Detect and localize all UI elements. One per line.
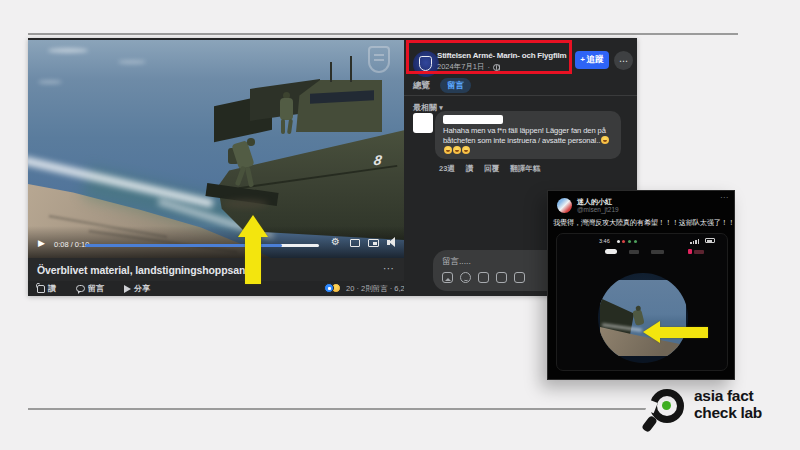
yellow-arrow-annotation [238, 215, 268, 284]
commenter-name-redacted [443, 115, 503, 124]
tab-overview[interactable]: 總覽 [413, 80, 430, 92]
laughing-emoji [462, 146, 470, 154]
comment-label: 留言 [88, 283, 104, 294]
volume-icon[interactable] [389, 237, 395, 247]
comment-like-button[interactable]: 讚 [466, 164, 474, 174]
video-more-icon[interactable]: ⋯ [383, 262, 394, 275]
comment-translate-button[interactable]: 翻譯年糕 [510, 164, 540, 174]
x-more-icon[interactable]: ⋯ [720, 193, 728, 202]
gif-icon[interactable] [496, 272, 507, 283]
comment-text-line2: båtchefen som inte instruera / avsatte p… [443, 136, 613, 146]
comment-reply-button[interactable]: 回覆 [484, 164, 499, 174]
tab-row: 總覽 留言 [404, 77, 637, 96]
magnifier-icon [646, 388, 686, 432]
laughing-emoji [444, 146, 452, 154]
composer-icon-row [442, 272, 525, 283]
red-highlight-box [406, 40, 572, 74]
like-label: 讚 [48, 283, 56, 294]
post-more-button[interactable]: ⋯ [614, 51, 633, 70]
arrow-head [238, 215, 268, 237]
embedded-phone-screenshot: 3:46 [556, 233, 728, 371]
comment-text-line1: Hahaha men va f*n fäll läppen! Lägger fa… [443, 126, 613, 136]
follow-label: 追蹤 [587, 54, 604, 66]
share-button[interactable]: 分享 [124, 283, 150, 294]
notification-dot [617, 240, 620, 243]
x-user-handle: @misen_jt219 [577, 206, 619, 213]
thumbs-up-icon [37, 285, 45, 293]
notification-dot [634, 240, 637, 243]
follow-button[interactable]: + 追蹤 [575, 51, 609, 69]
sort-label: 最相關 [413, 103, 437, 112]
play-icon[interactable]: ▶ [38, 239, 45, 248]
blurred-red-label [694, 250, 704, 254]
picture-in-picture-icon[interactable] [368, 239, 379, 247]
tab-comments[interactable]: 留言 [440, 78, 471, 93]
asia-fact-check-lab-logo: asia fact check lab [646, 388, 762, 432]
like-reaction-badge [324, 283, 334, 293]
wave-whitecap [48, 48, 88, 53]
cast-icon[interactable] [350, 239, 360, 247]
soldier-shadow [224, 200, 268, 208]
comment-age: 23週 [439, 164, 455, 174]
comment-emoji-row [443, 146, 613, 156]
comment-meta-row: 23週 讚 回覆 翻譯年糕 [439, 164, 540, 174]
sticker-icon[interactable] [514, 272, 525, 283]
factcheck-graphic: 8 ▶ 0:08 / 0:10 [0, 0, 800, 450]
video-title-bar: Överblivet material, landstigningshoppsa… [28, 258, 404, 281]
antenna [330, 62, 332, 82]
video-controls: ▶ 0:08 / 0:10 ⚙ [28, 226, 404, 258]
share-label: 分享 [134, 283, 150, 294]
comment-bubble-icon [76, 285, 85, 292]
tab-pill-shape [605, 249, 617, 254]
settings-gear-icon[interactable]: ⚙ [331, 236, 340, 247]
wave-whitecap [118, 60, 146, 64]
soldier-jumping [228, 138, 262, 200]
emoji-icon[interactable] [460, 272, 471, 283]
wave-whitecap [38, 80, 62, 84]
camera-icon[interactable] [478, 272, 489, 283]
like-button[interactable]: 讚 [37, 283, 56, 294]
logo-line1: asia fact [694, 388, 762, 405]
comment-button[interactable]: 留言 [76, 283, 104, 294]
video-player[interactable]: 8 ▶ 0:08 / 0:10 [28, 40, 404, 258]
live-red-dot [688, 249, 692, 254]
bottom-annotation-line [28, 408, 646, 410]
notification-dot [622, 240, 625, 243]
x-user-avatar[interactable] [557, 198, 572, 213]
soldier-on-ramp [276, 92, 298, 136]
arrow-shaft [245, 235, 261, 284]
x-post-text: 我覺得，灣灣反攻大陸真的有希望！！！这部队太强了！！！ [553, 218, 731, 228]
magnifier-handle [641, 415, 658, 433]
blurred-label [629, 250, 639, 254]
crest-watermark-icon [368, 46, 390, 73]
ellipsis-icon: ⋯ [619, 56, 628, 66]
commenter-avatar-redacted [413, 113, 433, 133]
green-dot [662, 401, 671, 410]
status-bar-time: 3:46 [599, 238, 610, 244]
chevron-down-icon: ▾ [439, 104, 443, 111]
comment-bubble: Hahaha men va f*n fäll läppen! Lägger fa… [435, 111, 621, 159]
laughing-emoji [601, 136, 609, 144]
signal-icon [690, 239, 699, 244]
laughing-emoji [453, 146, 461, 154]
plus-icon: + [580, 56, 585, 64]
antenna [350, 56, 352, 82]
comment-text: båtchefen som inte instruera / avsatte p… [443, 136, 600, 145]
video-thumbnail [600, 280, 686, 356]
yellow-arrow-annotation [643, 321, 711, 343]
circular-video-crop[interactable] [598, 273, 688, 363]
arrow-shaft [658, 327, 708, 338]
video-action-bar: 讚 留言 分享 20 · 2則留言 · 6,263次觀看 [28, 281, 404, 296]
share-arrow-icon [124, 285, 131, 293]
comment-sort-dropdown[interactable]: 最相關 ▾ [413, 102, 443, 113]
blurred-label [651, 250, 664, 254]
notification-dot [628, 240, 631, 243]
top-annotation-line [28, 33, 738, 35]
facebook-post-screenshot: 8 ▶ 0:08 / 0:10 [28, 38, 637, 296]
photo-icon[interactable] [442, 272, 453, 283]
video-progress-bar[interactable] [85, 244, 319, 247]
logo-wordmark: asia fact check lab [694, 388, 762, 421]
video-title: Överblivet material, landstigningshoppsa… [37, 264, 245, 276]
x-post-screenshot: 迷人的小紅 @misen_jt219 ⋯ 我覺得，灣灣反攻大陸真的有希望！！！这… [547, 190, 735, 380]
battery-icon [705, 238, 715, 243]
